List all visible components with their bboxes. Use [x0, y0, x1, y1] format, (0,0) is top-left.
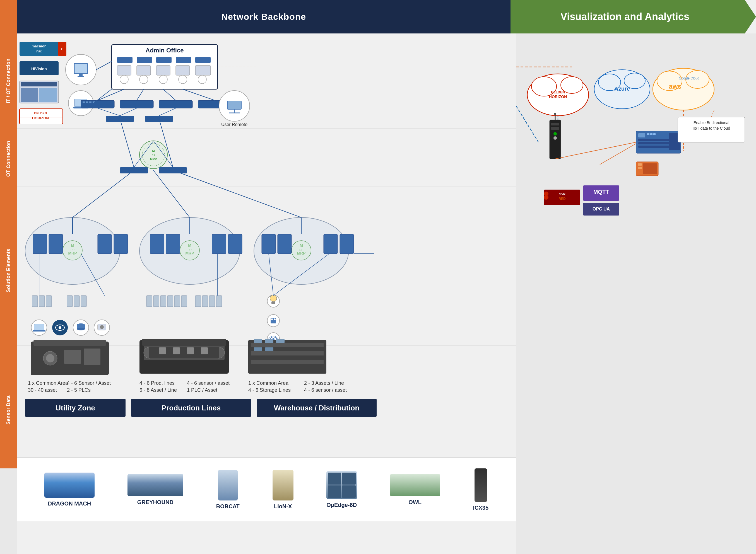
- svg-text:4 - 6 sensor / asset: 4 - 6 sensor / asset: [304, 387, 347, 393]
- visualization-analytics-title: Visualization and Analytics: [560, 11, 689, 22]
- svg-rect-42: [81, 100, 114, 108]
- svg-point-84: [63, 241, 82, 260]
- svg-rect-114: [46, 295, 52, 307]
- svg-line-76: [120, 119, 134, 167]
- svg-text:macmon: macmon: [32, 44, 47, 48]
- header-network: Network Backbone: [17, 0, 510, 34]
- header-analytics: Visualization and Analytics: [510, 0, 756, 34]
- svg-text:HORIZON: HORIZON: [549, 95, 567, 99]
- svg-rect-48: [89, 102, 92, 103]
- svg-text:M: M: [152, 149, 155, 153]
- svg-point-226: [554, 113, 556, 115]
- svg-rect-105: [323, 234, 338, 254]
- bobcat-image: [218, 470, 238, 500]
- svg-text:1 PLC / Asset: 1 PLC / Asset: [187, 387, 217, 393]
- svg-text:6 - 8 Asset / Line: 6 - 8 Asset / Line: [140, 387, 177, 393]
- sidebar-ot-label: OT Connection: [6, 141, 11, 177]
- svg-rect-221: [551, 123, 559, 125]
- svg-rect-30: [176, 57, 191, 63]
- svg-rect-94: [150, 234, 164, 254]
- svg-rect-87: [98, 234, 112, 254]
- svg-rect-153: [159, 347, 166, 354]
- svg-rect-138: [153, 295, 159, 307]
- svg-text:BELDEN: BELDEN: [34, 112, 47, 115]
- svg-point-127: [77, 328, 85, 330]
- svg-rect-11: [21, 82, 57, 87]
- svg-text:nac: nac: [36, 49, 42, 53]
- svg-line-53: [183, 89, 215, 100]
- svg-rect-120: [33, 330, 46, 332]
- svg-rect-146: [216, 295, 222, 307]
- svg-line-109: [173, 170, 301, 217]
- svg-rect-154: [173, 347, 180, 354]
- svg-rect-159: [271, 302, 275, 304]
- svg-rect-35: [176, 65, 190, 75]
- svg-rect-47: [86, 102, 88, 103]
- svg-rect-222: [551, 127, 559, 130]
- svg-rect-167: [251, 343, 323, 347]
- svg-rect-44: [159, 100, 193, 108]
- sidebar-solution: Solution Elements: [0, 189, 17, 351]
- svg-rect-28: [137, 57, 152, 63]
- svg-text:MQTT: MQTT: [593, 189, 609, 195]
- product-bobcat: BOBCAT: [216, 470, 240, 510]
- svg-line-59: [120, 108, 137, 116]
- svg-text:Production Lines: Production Lines: [161, 404, 221, 412]
- svg-text:HORIZON: HORIZON: [32, 116, 49, 120]
- product-owl: OWL: [390, 474, 440, 505]
- svg-text:4 - 6 sensor / asset: 4 - 6 sensor / asset: [187, 380, 230, 386]
- svg-point-37: [120, 75, 128, 84]
- svg-line-61: [159, 108, 176, 116]
- svg-text:Node: Node: [559, 193, 566, 196]
- svg-line-50: [98, 89, 124, 100]
- icx35-label: ICX35: [473, 505, 489, 511]
- svg-rect-135: [64, 350, 81, 364]
- owl-label: OWL: [408, 499, 421, 505]
- sidebar-it-ot-label: IT / OT Connection: [6, 59, 11, 103]
- svg-rect-172: [276, 339, 285, 343]
- svg-rect-36: [195, 65, 211, 75]
- svg-point-162: [271, 318, 273, 320]
- svg-rect-85: [33, 234, 47, 254]
- svg-text:4 - 6 Storage Lines: 4 - 6 Storage Lines: [248, 387, 291, 393]
- sidebar-solution-label: Solution Elements: [6, 248, 11, 292]
- svg-rect-143: [195, 295, 201, 307]
- svg-rect-144: [202, 295, 208, 307]
- svg-rect-168: [251, 351, 323, 355]
- svg-rect-12: [21, 88, 38, 102]
- svg-point-93: [180, 241, 199, 260]
- svg-rect-34: [156, 65, 170, 75]
- svg-rect-31: [195, 57, 211, 63]
- svg-point-130: [100, 325, 104, 329]
- svg-text:2 - 5 PLCs: 2 - 5 PLCs: [67, 387, 91, 393]
- svg-line-255: [711, 110, 714, 117]
- product-opedge: OpEdge-8D: [326, 471, 357, 508]
- svg-rect-140: [167, 295, 173, 307]
- product-lion: LioN-X: [272, 470, 294, 510]
- svg-point-223: [553, 132, 557, 135]
- svg-rect-63: [228, 101, 241, 109]
- svg-rect-171: [265, 339, 273, 343]
- svg-rect-174: [265, 347, 273, 351]
- svg-text:HiVision: HiVision: [31, 67, 47, 71]
- bobcat-label: BOBCAT: [216, 503, 240, 510]
- svg-rect-156: [201, 347, 208, 354]
- svg-rect-19: [74, 64, 88, 73]
- svg-rect-148: [142, 339, 226, 346]
- greyhound-label: GREYHOUND: [137, 499, 173, 505]
- svg-rect-117: [81, 295, 87, 307]
- svg-point-102: [292, 241, 311, 260]
- svg-rect-97: [228, 234, 242, 254]
- svg-point-38: [140, 75, 148, 84]
- svg-rect-88: [114, 234, 128, 254]
- svg-text:aws: aws: [669, 82, 681, 90]
- svg-rect-20: [79, 73, 83, 76]
- svg-rect-116: [74, 295, 80, 307]
- svg-point-41: [198, 75, 206, 84]
- svg-rect-136: [84, 348, 100, 365]
- svg-text:MRP: MRP: [150, 158, 157, 161]
- svg-text:30 - 40 asset: 30 - 40 asset: [28, 387, 57, 393]
- svg-rect-86: [49, 234, 63, 254]
- svg-rect-13: [39, 88, 57, 102]
- sidebar-it-ot: IT / OT Connection: [0, 34, 17, 128]
